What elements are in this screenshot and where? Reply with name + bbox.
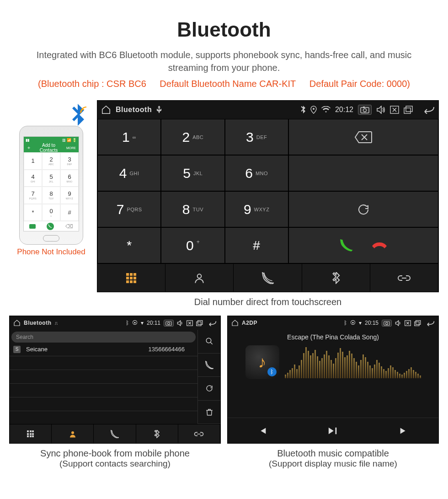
phone-key: 5JKL (42, 170, 60, 187)
camera-icon[interactable] (382, 320, 392, 327)
dialer-keypad: 1∞2ABC3DEF4GHI5JKL6MNO7PQRS8TUV9WXYZ*0+# (97, 119, 288, 263)
refresh-button[interactable] (288, 191, 438, 227)
phone-key: 0+ (42, 204, 60, 221)
page-title: Bluetooth (9, 18, 439, 41)
empty-cell (288, 155, 438, 191)
recents-icon[interactable] (196, 320, 203, 326)
back-icon[interactable] (421, 106, 435, 114)
call-button[interactable] (340, 239, 353, 252)
dialer-key-3[interactable]: 3DEF (225, 119, 288, 155)
side-search[interactable] (197, 330, 220, 354)
dialer-key-7[interactable]: 7PQRS (97, 191, 161, 227)
music-screen: A2DP ᛒ ⦿ ▾ 20:15 Escape (The Pina Col (227, 316, 439, 444)
svg-point-14 (71, 431, 74, 434)
phone-column: ▮▮▥ 📶 🔋 ＋ Add to Contacts MORE 12ABC3DEF… (9, 100, 93, 257)
dialer-key-1[interactable]: 1∞ (97, 119, 161, 155)
recents-icon[interactable] (414, 320, 421, 326)
spec-pair: Default Pair Code: 0000) (309, 79, 410, 89)
svg-rect-6 (406, 106, 412, 112)
dialer-screen: Bluetooth 20:12 1∞2ABC3 (97, 100, 439, 292)
nav-contacts-active[interactable] (52, 424, 94, 443)
close-box-icon[interactable] (390, 106, 399, 114)
nav-contacts[interactable] (165, 264, 234, 292)
status-label: Bluetooth (116, 106, 152, 114)
back-icon[interactable] (207, 320, 217, 326)
svg-rect-5 (404, 108, 411, 113)
dialer-key-2[interactable]: 2ABC (161, 119, 224, 155)
phone-keypad: 12ABC3DEF4GHI5JKL6MNO7PQRS8TUV9WXYZ*0+# (24, 152, 79, 221)
home-icon[interactable] (231, 319, 239, 327)
backspace-mini-icon: ⌫ (65, 223, 73, 230)
volume-icon[interactable] (395, 320, 401, 326)
nav-bluetooth[interactable] (302, 264, 370, 292)
dialer-key-8[interactable]: 8TUV (161, 191, 224, 227)
play-pause-button[interactable] (327, 426, 339, 436)
dialer-key-0[interactable]: 0+ (161, 227, 224, 263)
phone-key: 3DEF (60, 152, 79, 170)
contact-row[interactable]: S Seicane 13566664466 (10, 343, 197, 356)
nav-recents[interactable] (234, 264, 302, 292)
nav-link[interactable] (370, 264, 438, 292)
nav-link[interactable] (178, 424, 220, 443)
empty-row (10, 370, 197, 384)
usb-icon (156, 106, 162, 114)
dialer-caption: Dial number direct from touchscreen (97, 297, 439, 307)
dialer-key-4[interactable]: 4GHI (97, 155, 161, 191)
usb-icon: ⎍ (55, 321, 58, 326)
next-track-button[interactable] (399, 426, 409, 436)
svg-point-7 (197, 274, 202, 278)
nav-bluetooth[interactable] (136, 424, 178, 443)
location-icon: ⦿ (350, 320, 356, 326)
phone-key: 8TUV (42, 187, 60, 204)
hangup-button[interactable] (372, 241, 387, 250)
volume-icon[interactable] (177, 320, 183, 326)
dialer-key-9[interactable]: 9WXYZ (225, 191, 288, 227)
camera-icon[interactable] (164, 320, 174, 327)
dialer-key-*[interactable]: * (97, 227, 161, 263)
contact-badge: S (13, 346, 21, 353)
volume-icon[interactable] (376, 106, 385, 114)
bluetooth-icon: ᛒ (126, 320, 129, 326)
spec-name: Default Bluetooth Name CAR-KIT (160, 79, 296, 89)
search-input[interactable]: Search (11, 332, 196, 343)
dialer-key-5[interactable]: 5JKL (161, 155, 224, 191)
nav-keypad[interactable] (97, 264, 165, 292)
prev-track-button[interactable] (257, 426, 267, 436)
bottom-nav (97, 263, 438, 292)
contacts-caption: Sync phone-book from mobile phone (Suppo… (40, 448, 190, 469)
dialer-key-#[interactable]: # (225, 227, 288, 263)
close-box-icon[interactable] (187, 320, 193, 326)
location-icon (310, 106, 317, 114)
bluetooth-icon (300, 106, 306, 114)
camera-icon[interactable] (358, 105, 372, 115)
phone-key: 7PQRS (24, 187, 42, 204)
back-icon[interactable] (425, 320, 435, 326)
side-call[interactable] (197, 354, 220, 377)
svg-rect-19 (416, 320, 421, 324)
close-box-icon[interactable] (405, 320, 411, 326)
backspace-button[interactable] (288, 119, 438, 155)
music-caption: Bluetooth music compatible (Support disp… (269, 448, 397, 469)
phone-caption: Phone Not Included (9, 247, 93, 257)
nav-keypad[interactable] (10, 424, 52, 443)
recents-icon[interactable] (404, 106, 414, 114)
svg-rect-12 (198, 320, 203, 324)
dialer-key-6[interactable]: 6MNO (225, 155, 288, 191)
wifi-icon: ▾ (141, 320, 144, 326)
home-icon[interactable] (101, 105, 111, 115)
side-refresh[interactable] (197, 377, 220, 401)
svg-point-2 (363, 109, 367, 112)
empty-row (10, 411, 197, 424)
status-bar: Bluetooth 20:12 (97, 101, 438, 119)
status-bar-contacts: Bluetooth ⎍ ᛒ ⦿ ▾ 20:11 (10, 316, 220, 330)
song-title: Escape (The Pina Colada Song) (287, 333, 379, 341)
empty-row (10, 356, 197, 370)
nav-recents[interactable] (94, 424, 136, 443)
home-icon[interactable] (13, 319, 21, 327)
bluetooth-icon: ᛒ (344, 320, 347, 326)
plus-icon: ＋ (27, 145, 31, 151)
phone-header-more: MORE (66, 146, 76, 150)
spec-line: (Bluetooth chip : CSR BC6 Default Blueto… (9, 79, 439, 89)
side-delete[interactable] (197, 401, 220, 424)
status-time: 20:11 (147, 320, 160, 326)
